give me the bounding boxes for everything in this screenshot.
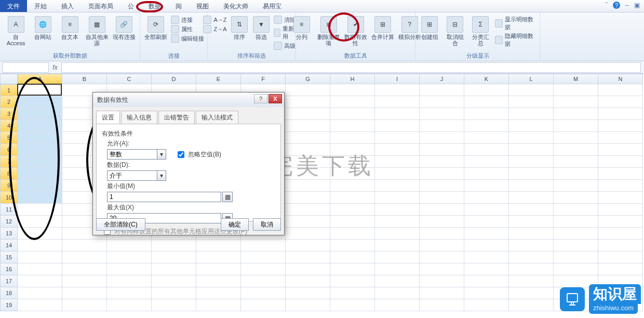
cell[interactable] [196,251,241,263]
col-header-H[interactable]: H [330,74,375,84]
cell[interactable] [464,180,509,192]
col-header-G[interactable]: G [286,74,330,84]
row-header-17[interactable]: 17 [0,275,18,287]
cell[interactable] [464,216,509,228]
cell[interactable] [152,240,196,251]
cell[interactable] [420,240,464,251]
name-box[interactable] [2,62,49,73]
cell[interactable] [375,156,420,168]
cell[interactable] [554,216,598,228]
tab-review[interactable]: 阅 [168,0,189,12]
cell[interactable] [420,228,464,240]
cell[interactable] [375,216,420,228]
allow-input[interactable] [107,149,157,160]
btn-remove-duplicates[interactable]: ≣删除重复项 [317,15,341,46]
cell[interactable] [18,275,62,287]
cell[interactable] [196,275,241,287]
cell[interactable] [375,84,420,96]
btn-data-validation[interactable]: ✔数据有效性 [344,15,368,46]
col-header-B[interactable]: B [62,74,107,84]
cell[interactable] [554,263,598,275]
btn-edit-links[interactable]: 编辑链接 [171,34,204,43]
cell[interactable] [420,192,464,204]
minimize-icon[interactable]: – [625,2,629,9]
cell[interactable] [241,275,286,287]
cell[interactable] [420,251,464,263]
cell[interactable] [375,263,420,275]
cell[interactable] [464,299,509,311]
btn-text-to-columns[interactable]: ≡分列 [290,15,314,40]
col-header-J[interactable]: J [420,74,464,84]
cell[interactable] [598,168,643,180]
cell[interactable] [509,96,554,108]
cell[interactable] [18,204,62,216]
btn-sort-asc[interactable]: A→Z [203,16,226,24]
col-header-F[interactable]: F [241,74,286,84]
cell[interactable] [196,263,241,275]
cell[interactable] [554,108,598,120]
cell[interactable] [420,132,464,144]
cell[interactable] [286,156,330,168]
dialog-tab-settings[interactable]: 设置 [96,111,120,124]
cell[interactable] [464,96,509,108]
formula-input[interactable] [61,62,641,73]
cell[interactable] [107,240,152,251]
data-combo[interactable]: ▾ [107,170,275,181]
cell[interactable] [420,144,464,156]
data-input[interactable] [107,170,157,181]
cell[interactable] [330,156,375,168]
col-header-C[interactable]: C [107,74,152,84]
cell[interactable] [18,251,62,263]
cell[interactable] [330,144,375,156]
allow-combo[interactable]: ▾ [107,149,166,160]
cell[interactable] [375,144,420,156]
cell[interactable] [420,168,464,180]
cell[interactable] [286,96,330,108]
cell[interactable] [330,299,375,311]
cell[interactable] [464,251,509,263]
cell[interactable] [464,263,509,275]
row-header-7[interactable]: 7 [0,156,18,168]
chevron-down-icon[interactable]: ▾ [157,149,166,160]
cell[interactable] [152,251,196,263]
cell[interactable] [464,144,509,156]
cell[interactable] [286,144,330,156]
cell[interactable] [18,120,62,132]
cell[interactable] [286,108,330,120]
cell[interactable] [598,251,643,263]
cell[interactable] [375,275,420,287]
col-header-E[interactable]: E [196,74,241,84]
ignore-blank-input[interactable] [178,151,184,158]
btn-sort-desc[interactable]: Z→A [203,25,226,33]
cell[interactable] [241,263,286,275]
cell[interactable] [330,240,375,251]
row-header-16[interactable]: 16 [0,263,18,275]
cell[interactable] [464,240,509,251]
row-header-3[interactable]: 3 [0,108,18,120]
cell[interactable] [375,251,420,263]
cell[interactable] [241,287,286,299]
cell[interactable] [554,144,598,156]
cell[interactable] [286,216,330,228]
cell[interactable] [62,240,107,251]
cell[interactable] [420,108,464,120]
cell[interactable] [375,228,420,240]
cell[interactable] [464,132,509,144]
cell[interactable] [598,144,643,156]
cell[interactable] [464,120,509,132]
restore-icon[interactable]: ▣ [634,2,640,9]
cell[interactable] [196,240,241,251]
cell[interactable] [18,132,62,144]
cell[interactable] [62,299,107,311]
cell[interactable] [509,287,554,299]
row-header-1[interactable]: 1 [0,84,18,96]
cell[interactable] [286,263,330,275]
cell[interactable] [554,168,598,180]
cell[interactable] [152,287,196,299]
row-header-9[interactable]: 9 [0,180,18,192]
row-header-11[interactable]: 11 [0,204,18,216]
cell[interactable] [375,204,420,216]
tab-formula[interactable]: 公 [120,0,141,12]
row-header-12[interactable]: 12 [0,216,18,228]
cell[interactable] [509,216,554,228]
